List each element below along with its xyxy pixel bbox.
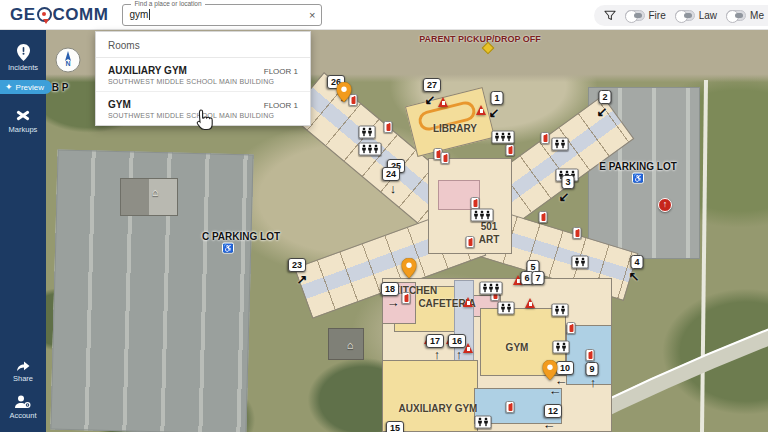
law-toggle-track[interactable] [675,10,695,21]
restroom-icon [552,304,569,317]
exit-marker-27[interactable]: 27 [423,78,441,92]
restroom-icon [492,131,515,144]
exit-arrow-12: ← [543,417,556,432]
accessible-parking-icon: ♿ [222,243,234,254]
exit-marker-7[interactable]: 7 [531,271,544,285]
exit-arrow-4: ↖ [629,269,640,284]
exit-marker-15[interactable]: 15 [386,421,404,432]
exit-arrow-17: ↑ [434,347,441,362]
geocomm-logo: GECOMM [10,5,108,25]
sidebar-label-markups: Markups [9,125,38,134]
text-caret [149,9,150,20]
filter-icon[interactable] [604,10,616,22]
fire-toggle-label: Fire [649,10,666,21]
fire-toggle-track[interactable] [625,10,645,21]
result-subtitle: SOUTHWEST MIDDLE SCHOOL MAIN BUILDING [108,112,298,119]
fire-extinguisher-icon [441,152,450,164]
sidebar-item-share[interactable]: Share [0,359,46,383]
restroom-icon [471,209,494,222]
medical-toggle-label: Me [750,10,764,21]
result-auxiliary-gym[interactable]: AUXILIARY GYM FLOOR 1 SOUTHWEST MIDDLE S… [96,58,310,92]
fire-extinguisher-icon [466,236,475,248]
fire-extinguisher-icon [506,401,515,413]
law-toggle[interactable]: Law [675,10,717,21]
search-results-dropdown: Rooms AUXILIARY GYM FLOOR 1 SOUTHWEST MI… [95,31,311,126]
result-floor: FLOOR 1 [264,67,298,76]
fire-extinguisher-icon [384,121,393,133]
sidebar-item-incidents[interactable]: Incidents [0,44,46,72]
result-title: AUXILIARY GYM [108,65,187,76]
exit-marker-24[interactable]: 24 [382,167,400,181]
house-icon: ⌂ [347,339,354,351]
location-pin-icon[interactable] [337,82,352,106]
exit-arrow-1: ↙ [489,105,500,120]
location-pin-icon[interactable] [543,360,558,384]
incident-pin-icon [16,44,31,61]
fire-extinguisher-icon [567,322,576,334]
fire-extinguisher-icon [541,132,550,144]
sidebar-label-account: Account [9,411,36,420]
result-title: GYM [108,99,131,110]
exit-marker-4[interactable]: 4 [630,255,643,269]
markup-tools-icon [15,108,31,123]
logo-text-comm: COMM [53,5,109,25]
medical-toggle-track[interactable] [726,10,746,21]
fire-extinguisher-icon [573,227,582,239]
result-gym[interactable]: GYM FLOOR 1 SOUTHWEST MIDDLE SCHOOL MAIN… [96,92,310,125]
restroom-icon [572,256,589,269]
medical-toggle[interactable]: Me [726,10,764,21]
fire-extinguisher-icon [402,292,411,304]
search-value: gym [129,9,148,20]
result-floor: FLOOR 1 [264,101,298,110]
sidebar-item-preview[interactable]: ✦ Preview [0,80,52,94]
restroom-icon [480,282,503,295]
sidebar-label-share: Share [13,374,33,383]
hazard-triangle-icon [525,298,535,308]
preview-icon: ✦ [5,82,13,92]
exit-marker-2[interactable]: 2 [598,90,611,104]
hazard-triangle-icon [476,105,486,115]
hazard-triangle-icon [438,97,448,107]
restroom-icon [359,143,382,156]
account-icon [15,395,31,409]
fire-extinguisher-icon [586,349,595,361]
fire-toggle[interactable]: Fire [625,10,666,21]
exit-marker-3[interactable]: 3 [561,175,574,189]
fire-extinguisher-icon [539,211,548,223]
exit-marker-1[interactable]: 1 [490,91,503,105]
compass-icon[interactable]: N [55,47,81,73]
exit-arrow-extra: ← [549,383,562,398]
search-label: Find a place or location [131,0,204,7]
sidebar-label-incidents: Incidents [8,63,38,72]
outbuilding [120,178,178,216]
sidebar: Incidents ✦ Preview Markups Share [0,30,46,432]
sidebar-item-account[interactable]: Account [0,395,46,420]
exit-arrow-18: → [387,295,400,310]
emergency-exit-icon: ↑ [658,198,672,212]
sidebar-label-preview: Preview [16,83,44,92]
sidebar-item-markups[interactable]: Markups [0,108,46,134]
exit-arrow-23: ↗ [297,272,308,287]
clear-search-icon[interactable]: × [309,9,315,21]
share-icon [15,359,31,372]
search-input[interactable]: Find a place or location gym × [122,4,322,26]
restroom-icon [553,341,570,354]
exit-arrow-3: ↙ [559,189,570,204]
exit-arrow-24: ↓ [390,181,397,196]
accessible-parking-icon: ♿ [632,173,644,184]
exit-marker-23[interactable]: 23 [288,258,306,272]
map-layer-controls: Fire Law Me [594,5,768,26]
house-icon: ⌂ [152,186,159,198]
location-pin-icon[interactable] [402,258,417,282]
result-subtitle: SOUTHWEST MIDDLE SCHOOL MAIN BUILDING [108,78,298,85]
logo-text-ge: GE [10,5,36,25]
restroom-icon [552,138,569,151]
restroom-icon [475,416,492,429]
fire-extinguisher-icon [471,197,480,209]
fire-extinguisher-icon [506,144,515,156]
svg-text:N: N [65,60,70,67]
app-window: N PARENT PICKUP/DROP OFFLIBRARY501ARTKIT… [0,0,768,432]
logo-pin-icon [37,7,52,22]
exit-arrow-9: ↑ [590,375,597,390]
exit-arrow-16: ↑ [456,347,463,362]
